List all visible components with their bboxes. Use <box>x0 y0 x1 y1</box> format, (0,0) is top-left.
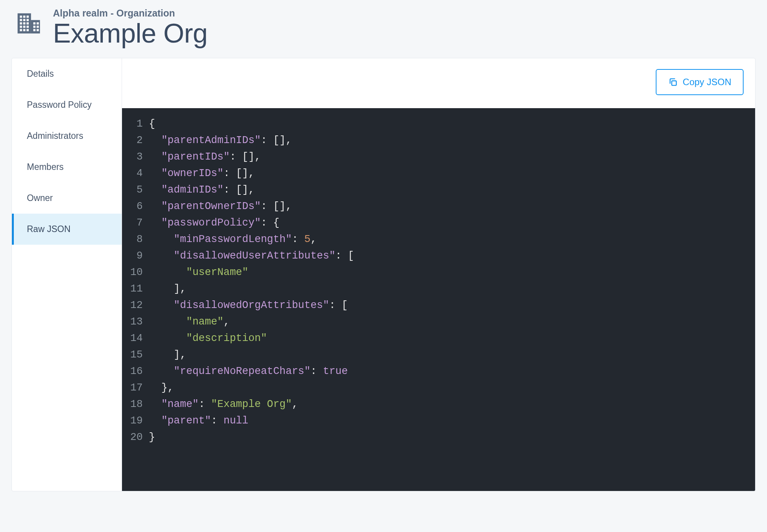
line-content: "ownerIDs": [], <box>149 165 254 182</box>
sidebar-item-password-policy[interactable]: Password Policy <box>12 89 122 120</box>
sidebar-item-administrators[interactable]: Administrators <box>12 120 122 152</box>
line-content: ], <box>149 347 186 363</box>
line-content: "parentIDs": [], <box>149 149 261 165</box>
line-number: 15 <box>122 347 149 363</box>
svg-rect-7 <box>26 19 29 21</box>
svg-rect-5 <box>20 19 22 21</box>
svg-rect-8 <box>20 22 22 25</box>
line-content: }, <box>149 380 174 396</box>
sidebar-item-owner[interactable]: Owner <box>12 183 122 214</box>
line-content: "name", <box>149 314 230 330</box>
svg-rect-16 <box>26 29 29 31</box>
line-content: "name": "Example Org", <box>149 396 298 413</box>
line-number: 20 <box>122 429 149 446</box>
sidebar-item-members[interactable]: Members <box>12 152 122 183</box>
code-line: 2 "parentAdminIDs": [], <box>122 132 755 149</box>
svg-rect-4 <box>26 16 29 18</box>
svg-rect-17 <box>33 22 36 25</box>
code-line: 9 "disallowedUserAttributes": [ <box>122 248 755 264</box>
page-header: Alpha realm - Organization Example Org <box>12 8 755 58</box>
line-number: 16 <box>122 363 149 380</box>
line-content: "disallowedUserAttributes": [ <box>149 248 354 264</box>
code-line: 10 "userName" <box>122 264 755 281</box>
sidebar-item-details[interactable]: Details <box>12 58 122 89</box>
line-number: 4 <box>122 165 149 182</box>
line-number: 2 <box>122 132 149 149</box>
code-line: 3 "parentIDs": [], <box>122 149 755 165</box>
code-line: 4 "ownerIDs": [], <box>122 165 755 182</box>
line-content: "description" <box>149 330 267 347</box>
svg-rect-14 <box>20 29 22 31</box>
toolbar: Copy JSON <box>122 58 755 108</box>
copy-json-label: Copy JSON <box>683 77 731 87</box>
line-number: 9 <box>122 248 149 264</box>
svg-rect-12 <box>23 26 25 28</box>
line-content: "minPasswordLength": 5, <box>149 231 317 248</box>
organization-icon <box>15 10 42 37</box>
code-line: 8 "minPasswordLength": 5, <box>122 231 755 248</box>
code-line: 15 ], <box>122 347 755 363</box>
svg-rect-22 <box>36 29 39 31</box>
line-number: 12 <box>122 297 149 314</box>
code-line: 5 "adminIDs": [], <box>122 182 755 198</box>
line-number: 10 <box>122 264 149 281</box>
code-line: 7 "passwordPolicy": { <box>122 215 755 231</box>
svg-rect-19 <box>33 26 36 28</box>
line-number: 13 <box>122 314 149 330</box>
svg-rect-21 <box>33 29 36 31</box>
line-content: "parent": null <box>149 413 248 429</box>
line-content: "disallowedOrgAttributes": [ <box>149 297 348 314</box>
code-line: 6 "parentOwnerIDs": [], <box>122 198 755 215</box>
line-number: 6 <box>122 198 149 215</box>
line-number: 8 <box>122 231 149 248</box>
code-line: 19 "parent": null <box>122 413 755 429</box>
line-number: 14 <box>122 330 149 347</box>
code-line: 1{ <box>122 116 755 132</box>
svg-rect-18 <box>36 22 39 25</box>
code-line: 14 "description" <box>122 330 755 347</box>
line-content: "adminIDs": [], <box>149 182 254 198</box>
copy-json-button[interactable]: Copy JSON <box>656 69 744 95</box>
line-content: "passwordPolicy": { <box>149 215 279 231</box>
code-line: 16 "requireNoRepeatChars": true <box>122 363 755 380</box>
svg-rect-20 <box>36 26 39 28</box>
line-content: ], <box>149 281 186 297</box>
line-content: "userName" <box>149 264 248 281</box>
sidebar-item-raw-json[interactable]: Raw JSON <box>12 214 122 245</box>
svg-rect-2 <box>20 16 22 18</box>
svg-rect-15 <box>23 29 25 31</box>
copy-icon <box>668 77 678 87</box>
svg-rect-10 <box>26 22 29 25</box>
line-number: 1 <box>122 116 149 132</box>
line-number: 19 <box>122 413 149 429</box>
line-number: 17 <box>122 380 149 396</box>
svg-rect-23 <box>672 81 676 85</box>
line-number: 5 <box>122 182 149 198</box>
line-content: "parentAdminIDs": [], <box>149 132 292 149</box>
breadcrumb[interactable]: Alpha realm - Organization <box>53 8 208 19</box>
line-content: "requireNoRepeatChars": true <box>149 363 348 380</box>
page-title: Example Org <box>53 20 208 48</box>
svg-rect-9 <box>23 22 25 25</box>
line-content: } <box>149 429 155 446</box>
main-panel: Copy JSON 1{2 "parentAdminIDs": [],3 "pa… <box>122 58 755 491</box>
code-line: 11 ], <box>122 281 755 297</box>
code-line: 17 }, <box>122 380 755 396</box>
code-line: 20} <box>122 429 755 446</box>
line-number: 18 <box>122 396 149 413</box>
line-number: 3 <box>122 149 149 165</box>
json-code-viewer[interactable]: 1{2 "parentAdminIDs": [],3 "parentIDs": … <box>122 108 755 491</box>
code-line: 12 "disallowedOrgAttributes": [ <box>122 297 755 314</box>
svg-rect-3 <box>23 16 25 18</box>
line-number: 11 <box>122 281 149 297</box>
code-line: 13 "name", <box>122 314 755 330</box>
line-content: "parentOwnerIDs": [], <box>149 198 292 215</box>
svg-rect-13 <box>26 26 29 28</box>
svg-rect-11 <box>20 26 22 28</box>
tab-sidebar: Details Password Policy Administrators M… <box>12 58 122 491</box>
code-line: 18 "name": "Example Org", <box>122 396 755 413</box>
content-card: Details Password Policy Administrators M… <box>12 58 755 491</box>
line-number: 7 <box>122 215 149 231</box>
svg-rect-6 <box>23 19 25 21</box>
line-content: { <box>149 116 155 132</box>
